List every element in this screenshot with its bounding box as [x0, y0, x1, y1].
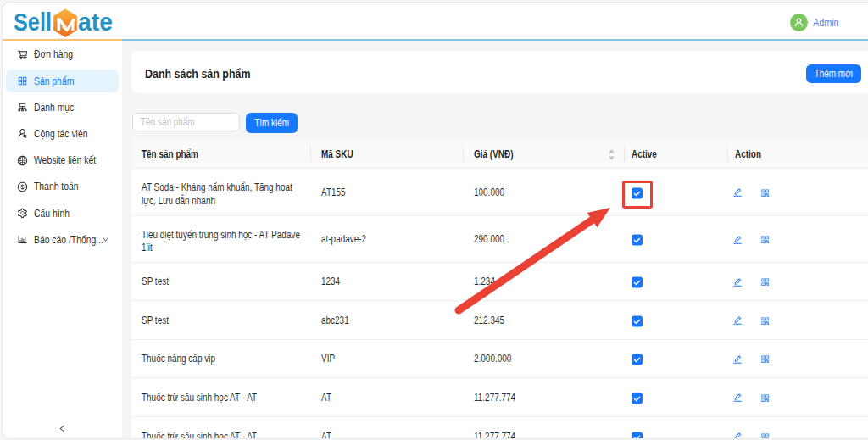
svg-text:ate: ate: [78, 8, 113, 36]
svg-text:Sell: Sell: [14, 8, 52, 36]
